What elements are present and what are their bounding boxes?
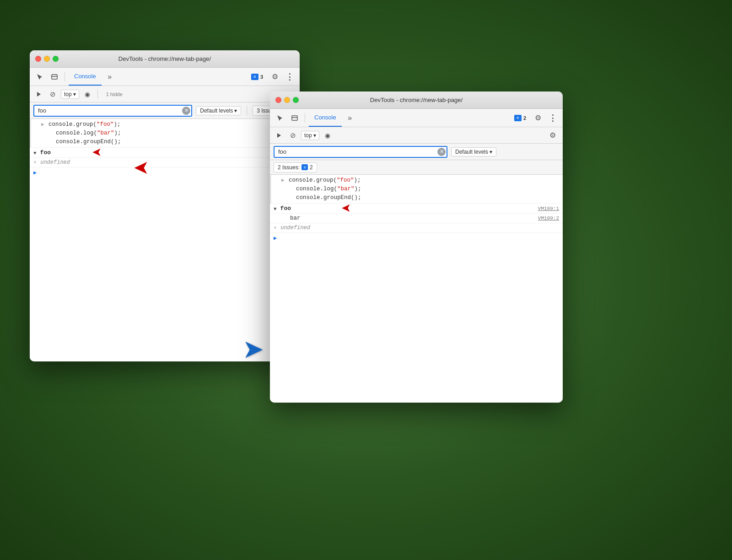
eye-icon-right[interactable]: ◉	[322, 130, 333, 141]
search-clear-right[interactable]: ✕	[437, 148, 446, 156]
more-icon-right[interactable]: ⋮	[546, 112, 559, 124]
console-entry-code-right: ▶ console.group("foo"); console.log("bar…	[270, 175, 563, 204]
group-expand-right[interactable]: ▼	[274, 206, 277, 212]
more-icon-left[interactable]: ⋮	[283, 70, 296, 83]
undefined-entry-right: ‹ undefined	[270, 223, 563, 233]
console-content-left: ▶ console.group("foo"); console.log("bar…	[30, 119, 300, 361]
filter-bar-right: ✕ Default levels ▾	[270, 144, 563, 160]
main-toolbar-left: Console » ≡ 3 ⚙ ⋮	[30, 68, 300, 86]
tab-console-right[interactable]: Console	[309, 109, 342, 127]
search-wrapper-left: ✕	[33, 105, 192, 117]
devtools-window-right: DevTools - chrome://new-tab-page/ Consol…	[270, 92, 563, 403]
blue-arrow: ➤	[242, 336, 264, 362]
devtools-window-left: DevTools - chrome://new-tab-page/ Consol…	[30, 50, 300, 361]
title-bar-right: DevTools - chrome://new-tab-page/	[270, 92, 563, 109]
badge-button-left[interactable]: ≡ 3	[248, 72, 267, 81]
undefined-entry-left: ‹ undefined	[30, 158, 300, 167]
badge-icon-right: ≡	[514, 115, 522, 121]
bar-value-right: bar	[283, 215, 301, 221]
console-group-entry-right: ▼ foo VM199:1 ➤	[270, 204, 563, 214]
vm-ref1-right[interactable]: VM199:1	[538, 206, 559, 211]
close-button-left[interactable]	[35, 56, 41, 62]
cursor-entry-left[interactable]: ▶	[30, 167, 300, 178]
vm-ref2-right[interactable]: VM199:2	[538, 215, 559, 221]
gear-icon-right[interactable]: ⚙	[532, 112, 544, 124]
traffic-lights-left	[35, 56, 59, 62]
play-icon-right[interactable]	[274, 130, 285, 141]
minimize-button-right[interactable]	[284, 97, 290, 103]
group-label-foo-right: foo	[280, 205, 291, 212]
title-bar-left: DevTools - chrome://new-tab-page/	[30, 50, 300, 68]
layers-icon-left[interactable]	[48, 70, 61, 83]
chevron-more-right[interactable]: »	[344, 112, 356, 124]
search-wrapper-right: ✕	[274, 146, 447, 158]
badge-icon-left: ≡	[251, 74, 258, 80]
svg-marker-5	[277, 133, 281, 138]
cursor-icon-right[interactable]	[274, 112, 286, 124]
block-icon-right[interactable]: ⊘	[287, 130, 298, 141]
bar-entry-right: bar VM199:2	[270, 214, 563, 223]
maximize-button-left[interactable]	[53, 56, 59, 62]
filter-bar-left: ✕ ➤ Default levels ▾ 3 Issues: ≡ 3	[30, 102, 300, 119]
console-group-entry-left: ▼ foo VM11 ➤	[30, 148, 300, 158]
svg-rect-0	[52, 75, 57, 79]
top-dropdown-right[interactable]: top ▾	[301, 131, 319, 140]
play-icon-left[interactable]	[33, 89, 44, 100]
issues-badge-right: ≡	[301, 164, 308, 170]
console-content-right: ▶ console.group("foo"); console.log("bar…	[270, 175, 563, 403]
search-input-left[interactable]	[33, 105, 192, 117]
search-clear-left[interactable]: ✕	[182, 107, 190, 115]
levels-dropdown-left[interactable]: Default levels ▾	[196, 106, 241, 115]
console-entry-code-left: ▶ console.group("foo"); console.log("bar…	[30, 119, 300, 148]
badge-button-right[interactable]: ≡ 2	[511, 113, 530, 123]
levels-dropdown-right[interactable]: Default levels ▾	[451, 147, 496, 156]
chevron-more-left[interactable]: »	[103, 70, 116, 83]
toolbar-divider-1-right	[305, 113, 305, 123]
eye-icon-left[interactable]: ◉	[82, 89, 93, 100]
tab-console-left[interactable]: Console	[69, 68, 102, 86]
search-input-right[interactable]	[274, 146, 447, 158]
toolbar-divider-1-left	[65, 72, 65, 81]
issues-bar-right: 2 Issues: ≡ 2	[270, 160, 563, 175]
traffic-lights-right	[275, 97, 299, 103]
gear-icon-right-2[interactable]: ⚙	[546, 129, 559, 142]
window-title-left: DevTools - chrome://new-tab-page/	[118, 55, 211, 62]
block-icon-left[interactable]: ⊘	[47, 89, 58, 100]
main-toolbar-right: Console » ≡ 2 ⚙ ⋮	[270, 109, 563, 127]
maximize-button-right[interactable]	[293, 97, 299, 103]
expand-arrow-code-right[interactable]: ▶	[281, 177, 287, 183]
layers-icon-right[interactable]	[288, 112, 301, 124]
console-divider-left	[97, 90, 98, 99]
svg-rect-3	[292, 116, 297, 120]
gear-icon-left[interactable]: ⚙	[269, 70, 281, 83]
issues-button-right[interactable]: 2 Issues: ≡ 2	[274, 162, 317, 172]
code-block-left: console.group("foo"); console.log("bar")…	[48, 120, 121, 146]
group-expand-left[interactable]: ▼	[33, 151, 37, 156]
window-body-right: Console » ≡ 2 ⚙ ⋮ ⊘ top ▾ ◉ ⚙	[270, 109, 563, 403]
window-body-left: Console » ≡ 3 ⚙ ⋮ ⊘ top ▾ ◉ 1 hidde	[30, 68, 300, 361]
red-arrow-group-left: ➤	[92, 146, 102, 162]
svg-marker-2	[37, 92, 41, 97]
console-toolbar-right: ⊘ top ▾ ◉ ⚙	[270, 127, 563, 144]
top-dropdown-left[interactable]: top ▾	[61, 90, 79, 99]
red-arrow-search-left: ➤	[134, 160, 148, 176]
expand-arrow-code-left[interactable]: ▶	[41, 121, 47, 127]
cursor-entry-right[interactable]: ▶	[270, 233, 563, 243]
group-label-foo-left: foo	[40, 149, 51, 156]
code-block-right: console.group("foo"); console.log("bar")…	[289, 176, 361, 202]
red-arrow-group-right: ➤	[341, 202, 351, 218]
cursor-icon-left[interactable]	[33, 70, 46, 83]
close-button-right[interactable]	[275, 97, 281, 103]
minimize-button-left[interactable]	[44, 56, 50, 62]
window-title-right: DevTools - chrome://new-tab-page/	[370, 97, 463, 103]
filter-divider-left	[247, 106, 247, 115]
console-toolbar-left: ⊘ top ▾ ◉ 1 hidde	[30, 86, 300, 102]
